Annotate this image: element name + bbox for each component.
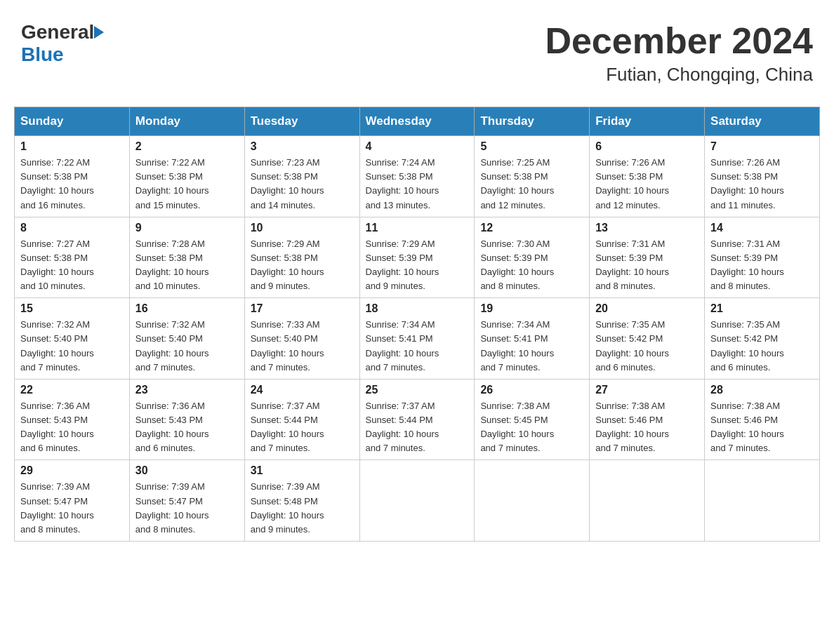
day-info: Sunrise: 7:36 AMSunset: 5:43 PMDaylight:…: [20, 401, 94, 453]
calendar-table: SundayMondayTuesdayWednesdayThursdayFrid…: [14, 107, 820, 542]
day-info: Sunrise: 7:33 AMSunset: 5:40 PMDaylight:…: [251, 319, 324, 372]
day-number: 19: [480, 302, 583, 315]
day-number: 4: [366, 140, 469, 153]
day-info: Sunrise: 7:35 AMSunset: 5:42 PMDaylight:…: [710, 319, 784, 372]
calendar-cell: 14 Sunrise: 7:31 AMSunset: 5:39 PMDaylig…: [705, 217, 820, 298]
day-number: 20: [595, 302, 699, 315]
day-info: Sunrise: 7:31 AMSunset: 5:39 PMDaylight:…: [710, 239, 784, 291]
day-info: Sunrise: 7:23 AMSunset: 5:38 PMDaylight:…: [251, 157, 324, 210]
calendar-cell: 31 Sunrise: 7:39 AMSunset: 5:48 PMDaylig…: [244, 460, 359, 542]
day-info: Sunrise: 7:38 AMSunset: 5:46 PMDaylight:…: [710, 401, 784, 453]
calendar-cell: 3 Sunrise: 7:23 AMSunset: 5:38 PMDayligh…: [244, 136, 359, 217]
header: General Blue December 2024 Futian, Chong…: [14, 14, 820, 93]
weekday-header-tuesday: Tuesday: [244, 107, 359, 136]
day-number: 12: [480, 222, 583, 234]
calendar-cell: 30 Sunrise: 7:39 AMSunset: 5:47 PMDaylig…: [129, 460, 244, 542]
calendar-cell: 13 Sunrise: 7:31 AMSunset: 5:39 PMDaylig…: [590, 217, 705, 298]
day-number: 8: [20, 222, 124, 234]
calendar-cell: 2 Sunrise: 7:22 AMSunset: 5:38 PMDayligh…: [129, 136, 244, 217]
calendar-cell: 23 Sunrise: 7:36 AMSunset: 5:43 PMDaylig…: [129, 379, 244, 460]
weekday-header-thursday: Thursday: [475, 107, 590, 136]
calendar-cell: 5 Sunrise: 7:25 AMSunset: 5:38 PMDayligh…: [475, 136, 590, 217]
weekday-header-friday: Friday: [590, 107, 705, 136]
day-number: 16: [135, 302, 239, 315]
weekday-header-monday: Monday: [129, 107, 244, 136]
weekday-header-sunday: Sunday: [15, 107, 130, 136]
location-title: Futian, Chongqing, China: [545, 64, 813, 86]
day-info: Sunrise: 7:32 AMSunset: 5:40 PMDaylight:…: [135, 319, 209, 372]
logo: General Blue: [21, 21, 104, 66]
logo-triangle-icon: [94, 26, 104, 39]
day-info: Sunrise: 7:28 AMSunset: 5:38 PMDaylight:…: [135, 239, 209, 291]
calendar-cell: 15 Sunrise: 7:32 AMSunset: 5:40 PMDaylig…: [15, 298, 130, 380]
calendar-cell: 20 Sunrise: 7:35 AMSunset: 5:42 PMDaylig…: [590, 298, 705, 380]
day-number: 1: [20, 140, 124, 153]
day-info: Sunrise: 7:29 AMSunset: 5:39 PMDaylight:…: [366, 239, 439, 291]
day-info: Sunrise: 7:29 AMSunset: 5:38 PMDaylight:…: [251, 239, 324, 291]
calendar-cell: 24 Sunrise: 7:37 AMSunset: 5:44 PMDaylig…: [244, 379, 359, 460]
day-number: 13: [595, 222, 699, 234]
day-number: 10: [251, 222, 354, 234]
calendar-cell: 4 Sunrise: 7:24 AMSunset: 5:38 PMDayligh…: [359, 136, 475, 217]
day-number: 5: [480, 140, 583, 153]
day-info: Sunrise: 7:24 AMSunset: 5:38 PMDaylight:…: [366, 157, 439, 210]
weekday-header-saturday: Saturday: [705, 107, 820, 136]
day-info: Sunrise: 7:39 AMSunset: 5:47 PMDaylight:…: [20, 481, 94, 534]
calendar-cell: 18 Sunrise: 7:34 AMSunset: 5:41 PMDaylig…: [359, 298, 475, 380]
calendar-cell: 17 Sunrise: 7:33 AMSunset: 5:40 PMDaylig…: [244, 298, 359, 380]
day-number: 30: [135, 464, 239, 477]
calendar-cell: [359, 460, 475, 542]
day-number: 18: [366, 302, 469, 315]
day-number: 28: [710, 384, 814, 396]
calendar-week-row: 1 Sunrise: 7:22 AMSunset: 5:38 PMDayligh…: [15, 136, 820, 217]
day-info: Sunrise: 7:35 AMSunset: 5:42 PMDaylight:…: [595, 319, 669, 372]
day-number: 9: [135, 222, 239, 234]
day-info: Sunrise: 7:34 AMSunset: 5:41 PMDaylight:…: [480, 319, 554, 372]
calendar-cell: 28 Sunrise: 7:38 AMSunset: 5:46 PMDaylig…: [705, 379, 820, 460]
day-info: Sunrise: 7:38 AMSunset: 5:46 PMDaylight:…: [595, 401, 669, 453]
day-number: 29: [20, 464, 124, 477]
calendar-cell: 6 Sunrise: 7:26 AMSunset: 5:38 PMDayligh…: [590, 136, 705, 217]
calendar-cell: 26 Sunrise: 7:38 AMSunset: 5:45 PMDaylig…: [475, 379, 590, 460]
calendar-cell: 10 Sunrise: 7:29 AMSunset: 5:38 PMDaylig…: [244, 217, 359, 298]
calendar-cell: 7 Sunrise: 7:26 AMSunset: 5:38 PMDayligh…: [705, 136, 820, 217]
day-info: Sunrise: 7:30 AMSunset: 5:39 PMDaylight:…: [480, 239, 554, 291]
day-number: 7: [710, 140, 814, 153]
weekday-header-wednesday: Wednesday: [359, 107, 475, 136]
day-info: Sunrise: 7:26 AMSunset: 5:38 PMDaylight:…: [710, 157, 784, 210]
day-number: 14: [710, 222, 814, 234]
calendar-cell: 22 Sunrise: 7:36 AMSunset: 5:43 PMDaylig…: [15, 379, 130, 460]
day-info: Sunrise: 7:37 AMSunset: 5:44 PMDaylight:…: [366, 401, 439, 453]
day-info: Sunrise: 7:22 AMSunset: 5:38 PMDaylight:…: [135, 157, 209, 210]
day-info: Sunrise: 7:26 AMSunset: 5:38 PMDaylight:…: [595, 157, 669, 210]
day-number: 31: [251, 464, 354, 477]
day-number: 27: [595, 384, 699, 396]
calendar-cell: 8 Sunrise: 7:27 AMSunset: 5:38 PMDayligh…: [15, 217, 130, 298]
day-info: Sunrise: 7:37 AMSunset: 5:44 PMDaylight:…: [251, 401, 324, 453]
calendar-cell: [590, 460, 705, 542]
day-info: Sunrise: 7:31 AMSunset: 5:39 PMDaylight:…: [595, 239, 669, 291]
day-number: 24: [251, 384, 354, 396]
day-info: Sunrise: 7:25 AMSunset: 5:38 PMDaylight:…: [480, 157, 554, 210]
day-info: Sunrise: 7:27 AMSunset: 5:38 PMDaylight:…: [20, 239, 94, 291]
day-info: Sunrise: 7:39 AMSunset: 5:48 PMDaylight:…: [251, 481, 324, 534]
calendar-cell: 9 Sunrise: 7:28 AMSunset: 5:38 PMDayligh…: [129, 217, 244, 298]
logo-blue-text: Blue: [21, 43, 64, 66]
day-info: Sunrise: 7:34 AMSunset: 5:41 PMDaylight:…: [366, 319, 439, 372]
logo-general-text: General: [21, 21, 94, 43]
day-info: Sunrise: 7:22 AMSunset: 5:38 PMDaylight:…: [20, 157, 94, 210]
day-number: 15: [20, 302, 124, 315]
calendar-cell: 21 Sunrise: 7:35 AMSunset: 5:42 PMDaylig…: [705, 298, 820, 380]
month-title: December 2024: [545, 21, 813, 61]
calendar-cell: [705, 460, 820, 542]
day-number: 11: [366, 222, 469, 234]
day-number: 26: [480, 384, 583, 396]
day-number: 22: [20, 384, 124, 396]
calendar-cell: 25 Sunrise: 7:37 AMSunset: 5:44 PMDaylig…: [359, 379, 475, 460]
day-info: Sunrise: 7:38 AMSunset: 5:45 PMDaylight:…: [480, 401, 554, 453]
day-info: Sunrise: 7:36 AMSunset: 5:43 PMDaylight:…: [135, 401, 209, 453]
calendar-cell: 16 Sunrise: 7:32 AMSunset: 5:40 PMDaylig…: [129, 298, 244, 380]
calendar-cell: 11 Sunrise: 7:29 AMSunset: 5:39 PMDaylig…: [359, 217, 475, 298]
day-number: 2: [135, 140, 239, 153]
calendar-cell: 12 Sunrise: 7:30 AMSunset: 5:39 PMDaylig…: [475, 217, 590, 298]
